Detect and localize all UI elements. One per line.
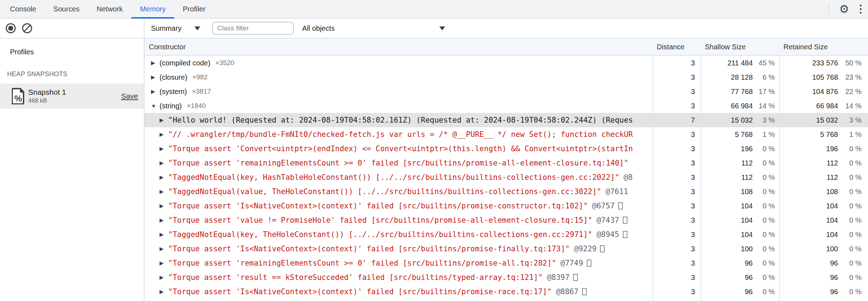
shallow-size-percent: 17 % (753, 88, 775, 96)
chevron-collapsed-icon[interactable]: ▶ (160, 188, 168, 195)
table-row[interactable]: ▶"TaggedNotEqual(key, HashTableHoleConst… (145, 170, 868, 184)
column-header-shallow-size[interactable]: Shallow Size (701, 43, 779, 51)
table-row[interactable]: ▶"Torque assert 'Convert<uintptr>(endInd… (145, 142, 868, 156)
retained-size-value: 104 876 (779, 88, 838, 96)
constructor-cell: ▶"Torque assert 'Is<NativeContext>(conte… (145, 245, 652, 253)
shallow-size-value: 196 (701, 145, 753, 153)
table-row[interactable]: ▶"Hello world! (Requested at: 2024-08-19… (145, 113, 868, 127)
table-row[interactable]: ▶(system)×3817377 76817 %104 87622 % (145, 84, 868, 99)
table-row[interactable]: ▶"Torque assert 'value != PromiseHole' f… (145, 213, 868, 227)
shallow-size-cell: 1040 % (701, 216, 779, 224)
chevron-collapsed-icon[interactable]: ▶ (160, 231, 168, 238)
table-row[interactable]: ▶"Torque assert 'Is<NativeContext>(conte… (145, 285, 868, 299)
heap-snapshots-section-label: HEAP SNAPSHOTS (0, 56, 144, 78)
shallow-size-value: 96 (701, 273, 753, 282)
shallow-size-cell: 1040 % (701, 202, 779, 210)
grid-header-row: Constructor Distance Shallow Size Retain… (145, 39, 868, 56)
column-header-constructor[interactable]: Constructor (145, 43, 652, 51)
perspective-value: Summary (151, 24, 182, 33)
shallow-size-value: 104 (701, 202, 753, 210)
table-row[interactable]: ▶"TaggedNotEqual(value, TheHoleConstant(… (145, 184, 868, 199)
constructor-cell: ▶"TaggedNotEqual(value, TheHoleConstant(… (145, 187, 652, 196)
retained-size-cell: 105 76823 % (779, 73, 867, 82)
constructor-cell: ▶(closure)×982 (145, 73, 652, 82)
string-value: "// .wrangler/tmp/bundle-FmNIt0/checked-… (168, 130, 633, 139)
retained-size-percent: 23 % (838, 73, 862, 82)
chevron-collapsed-icon[interactable]: ▶ (160, 288, 168, 295)
retained-size-value: 66 984 (779, 102, 838, 110)
string-value: "Torque assert 'Is<NativeContext>(contex… (168, 245, 570, 253)
kebab-menu-icon[interactable] (858, 3, 863, 15)
distance-cell: 3 (652, 273, 701, 282)
retained-size-cell: 960 % (779, 273, 867, 282)
chevron-collapsed-icon[interactable]: ▶ (160, 145, 168, 152)
retained-size-value: 196 (779, 145, 838, 153)
chevron-collapsed-icon[interactable]: ▶ (151, 88, 160, 95)
chevron-collapsed-icon[interactable]: ▶ (160, 131, 168, 138)
table-row[interactable]: ▶"Torque assert 'Is<NativeContext>(conte… (145, 199, 868, 213)
table-row[interactable]: ▶"TaggedNotEqual(key, TheHoleConstant())… (145, 227, 868, 242)
tab-profiler[interactable]: Profiler (174, 0, 214, 18)
string-value: "Torque assert 'Is<NativeContext>(contex… (168, 287, 552, 296)
chevron-down-icon (439, 26, 445, 30)
retained-size-cell: 104 87622 % (779, 88, 867, 96)
retained-size-value: 100 (779, 245, 838, 253)
objects-dropdown[interactable]: All objects (302, 24, 445, 33)
chevron-collapsed-icon[interactable]: ▶ (160, 246, 168, 252)
heap-snapshot-grid: Constructor Distance Shallow Size Retain… (145, 39, 868, 301)
tab-memory[interactable]: Memory (131, 0, 174, 18)
shallow-size-value: 5 768 (701, 130, 753, 139)
shallow-size-cell: 1960 % (701, 145, 779, 153)
table-row[interactable]: ▼(string)×1840366 98414 %66 98414 % (145, 99, 868, 113)
chevron-collapsed-icon[interactable]: ▶ (160, 174, 168, 181)
chevron-collapsed-icon[interactable]: ▶ (160, 203, 168, 209)
object-id: @9229 (574, 245, 596, 253)
gear-icon[interactable]: ⚙ (839, 4, 849, 15)
save-link[interactable]: Save (121, 92, 138, 100)
retained-size-percent: 50 % (838, 59, 862, 67)
column-header-retained-size[interactable]: Retained Size (779, 43, 868, 51)
table-row[interactable]: ▶"Torque assert 'remainingElementsCount … (145, 256, 868, 270)
chevron-collapsed-icon[interactable]: ▶ (151, 74, 160, 80)
table-row[interactable]: ▶"Torque assert 'Is<NativeContext>(conte… (145, 242, 868, 256)
table-row[interactable]: ▶(closure)×982328 1286 %105 76823 % (145, 70, 868, 84)
tab-network[interactable]: Network (88, 0, 131, 18)
class-filter-input[interactable] (212, 22, 294, 35)
view-toolbar: Summary All objects (145, 19, 868, 38)
chevron-collapsed-icon[interactable]: ▶ (151, 60, 160, 66)
object-id: @8867 (556, 287, 579, 296)
chevron-collapsed-icon[interactable]: ▶ (160, 260, 168, 266)
shallow-size-value: 112 (701, 173, 753, 182)
table-row[interactable]: ▶(compiled code)×35203211 48445 %233 576… (145, 56, 868, 70)
table-row[interactable]: ▶"// .wrangler/tmp/bundle-FmNIt0/checked… (145, 127, 868, 142)
retained-size-percent: 0 % (838, 259, 862, 267)
retained-size-percent: 1 % (838, 130, 862, 139)
tab-console[interactable]: Console (1, 0, 45, 18)
chevron-collapsed-icon[interactable]: ▶ (160, 274, 168, 281)
distance-cell: 3 (652, 188, 701, 196)
record-heap-snapshot-icon[interactable] (6, 23, 16, 33)
table-row[interactable]: ▶"Torque assert 'result == kStoreSuccede… (145, 270, 868, 285)
tab-sources[interactable]: Sources (45, 0, 88, 18)
chevron-collapsed-icon[interactable]: ▶ (160, 117, 168, 123)
chevron-collapsed-icon[interactable]: ▶ (160, 217, 168, 223)
object-id: @7611 (606, 187, 628, 196)
distance-cell: 3 (652, 202, 701, 210)
table-row[interactable]: ▶"Torque assert 'remainingElementsCount … (145, 156, 868, 170)
retained-size-value: 96 (779, 273, 838, 282)
string-value: "Torque assert 'remainingElementsCount >… (168, 259, 556, 267)
sidebar-item-snapshot-1[interactable]: % Snapshot 1 468 kB Save (0, 84, 144, 109)
distance-cell: 3 (652, 216, 701, 224)
perspective-dropdown[interactable]: Summary (151, 24, 200, 33)
distance-cell: 3 (652, 130, 701, 139)
object-id: @6757 (592, 202, 615, 210)
chevron-expanded-icon[interactable]: ▼ (151, 103, 160, 109)
chevron-collapsed-icon[interactable]: ▶ (160, 160, 168, 166)
retained-size-value: 108 (779, 188, 838, 196)
shallow-size-percent: 0 % (753, 216, 775, 224)
shallow-size-percent: 45 % (753, 59, 775, 67)
string-value: "Hello world! (Requested at: 2024-08-19T… (168, 116, 633, 124)
column-header-distance[interactable]: Distance (652, 43, 701, 51)
clear-profiles-icon[interactable] (22, 23, 32, 33)
retained-size-cell: 1040 % (779, 216, 867, 224)
